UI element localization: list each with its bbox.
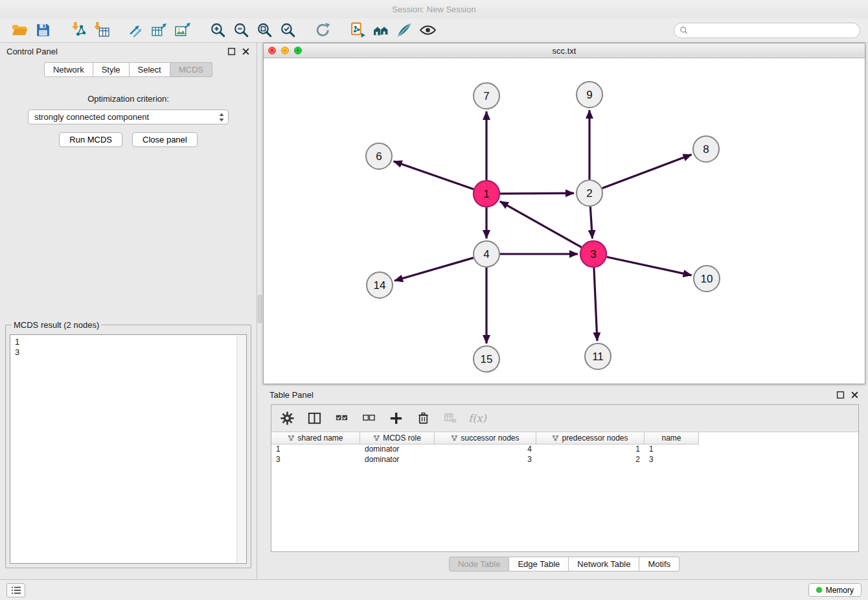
graph-edge[interactable] <box>394 258 474 281</box>
result-scrollbar[interactable] <box>236 336 246 562</box>
graph-node[interactable]: 10 <box>694 266 720 292</box>
network-window-titlebar[interactable]: scc.txt × − + <box>264 43 865 58</box>
mcds-result-list[interactable]: 1 3 <box>10 334 247 564</box>
apply-layout-button[interactable] <box>311 20 334 41</box>
graph-edge[interactable] <box>607 257 692 275</box>
import-network-button[interactable] <box>66 20 89 41</box>
graph-node-label: 14 <box>374 279 386 292</box>
memory-label: Memory <box>826 586 854 595</box>
column-header-mcds-role[interactable]: MCDS role <box>360 432 435 444</box>
open-file-button[interactable] <box>8 20 31 41</box>
minimize-window-button[interactable]: − <box>281 47 289 54</box>
graph-edge[interactable] <box>500 202 582 248</box>
graph-node[interactable]: 7 <box>474 83 499 109</box>
export-table-button[interactable] <box>148 20 171 41</box>
column-header-shared-name[interactable]: shared name <box>271 432 360 444</box>
memory-button[interactable]: Memory <box>808 583 862 597</box>
export-image-button[interactable] <box>171 20 194 41</box>
style-brush-icon <box>396 21 413 39</box>
zoom-in-button[interactable] <box>206 20 229 41</box>
table-toolbar: f(x) <box>271 405 858 432</box>
graph-node[interactable]: 2 <box>577 180 602 206</box>
table-row[interactable]: 3dominator323 <box>271 455 858 465</box>
table-cell[interactable]: 1 <box>271 444 360 455</box>
table-cell[interactable]: 3 <box>435 455 536 465</box>
column-header-name[interactable]: name <box>645 432 699 444</box>
tab-network[interactable]: Network <box>44 62 93 77</box>
search-input[interactable] <box>692 26 854 35</box>
graph-node[interactable]: 4 <box>474 241 499 267</box>
search-box[interactable] <box>674 23 860 38</box>
network-graph[interactable]: 7968124314101511 <box>264 58 865 384</box>
export-network-button[interactable] <box>124 20 148 41</box>
zoom-out-button[interactable] <box>229 20 253 41</box>
graph-edge[interactable] <box>394 161 474 189</box>
ndex-import-button[interactable] <box>346 20 369 41</box>
table-cell[interactable]: 1 <box>645 444 699 455</box>
mcds-buttons: Run MCDS Close panel <box>0 132 257 147</box>
tab-edge-table[interactable]: Edge Table <box>509 557 569 571</box>
float-panel-icon[interactable] <box>836 391 845 399</box>
ndex-home-button[interactable] <box>369 20 393 41</box>
zoom-fit-button[interactable] <box>253 20 276 41</box>
graph-edge[interactable] <box>500 193 574 194</box>
zoom-selected-button[interactable] <box>276 20 299 41</box>
graph-node[interactable]: 1 <box>474 181 499 207</box>
graph-edge[interactable] <box>594 268 597 341</box>
graph-node[interactable]: 15 <box>474 346 499 372</box>
apply-style-button[interactable] <box>393 20 416 41</box>
tab-network-table[interactable]: Network Table <box>569 557 639 571</box>
table-cell[interactable]: 3 <box>645 455 699 465</box>
graph-node[interactable]: 9 <box>577 82 602 108</box>
close-window-button[interactable]: × <box>268 47 276 54</box>
maximize-window-button[interactable]: + <box>294 47 302 54</box>
table-cell[interactable]: 2 <box>536 455 645 465</box>
graph-edge[interactable] <box>590 207 592 238</box>
close-panel-icon[interactable] <box>242 47 250 56</box>
select-all-columns-button[interactable] <box>332 410 350 428</box>
column-header-successor-nodes[interactable]: successor nodes <box>435 432 536 444</box>
table-cell[interactable]: 1 <box>536 444 645 455</box>
graph-node[interactable]: 6 <box>366 143 392 169</box>
run-mcds-button[interactable]: Run MCDS <box>59 132 122 147</box>
graph-node[interactable]: 14 <box>367 272 393 298</box>
show-columns-button[interactable] <box>305 410 323 428</box>
save-session-button[interactable] <box>31 20 54 41</box>
panel-splitter[interactable] <box>258 295 262 323</box>
table-cell[interactable]: dominator <box>360 455 435 465</box>
graph-node[interactable]: 3 <box>580 241 606 267</box>
criterion-select[interactable]: strongly connected component <box>28 110 229 124</box>
table-cell[interactable]: 4 <box>435 444 536 455</box>
gear-icon <box>280 411 295 426</box>
tab-motifs[interactable]: Motifs <box>639 557 680 571</box>
function-builder-button: f(x) <box>468 410 486 428</box>
network-window: scc.txt × − + 7968124314101511 <box>263 43 865 384</box>
float-panel-icon[interactable] <box>227 47 236 56</box>
close-panel-button[interactable]: Close panel <box>132 132 198 147</box>
tab-mcds[interactable]: MCDS <box>170 62 212 77</box>
graph-node-label: 3 <box>590 248 596 260</box>
tab-select[interactable]: Select <box>130 62 170 77</box>
graph-node[interactable]: 11 <box>585 343 611 369</box>
tab-node-table[interactable]: Node Table <box>449 557 510 571</box>
tab-style[interactable]: Style <box>93 62 130 77</box>
create-column-button[interactable] <box>387 410 405 428</box>
graph-node[interactable]: 8 <box>693 136 719 162</box>
table-row[interactable]: 1dominator411 <box>271 444 858 455</box>
column-header-predecessor-nodes[interactable]: predecessor nodes <box>536 432 645 444</box>
show-panels-button[interactable] <box>6 583 25 597</box>
list-icon <box>11 586 21 595</box>
graph-node-label: 1 <box>483 188 489 200</box>
close-panel-icon[interactable] <box>851 391 859 399</box>
graph-edge[interactable] <box>602 154 692 188</box>
delete-table-button <box>441 410 459 428</box>
zoom-fit-icon <box>256 21 273 39</box>
table-cell[interactable]: 3 <box>271 455 360 465</box>
show-graphics-details-button[interactable] <box>416 20 439 41</box>
table-options-button[interactable] <box>278 410 296 428</box>
deselect-all-columns-button[interactable] <box>360 410 378 428</box>
import-table-button[interactable] <box>89 20 113 41</box>
delete-column-button[interactable] <box>414 410 432 428</box>
optimization-criterion-label: Optimization criterion: <box>0 94 257 104</box>
table-cell[interactable]: dominator <box>360 444 435 455</box>
